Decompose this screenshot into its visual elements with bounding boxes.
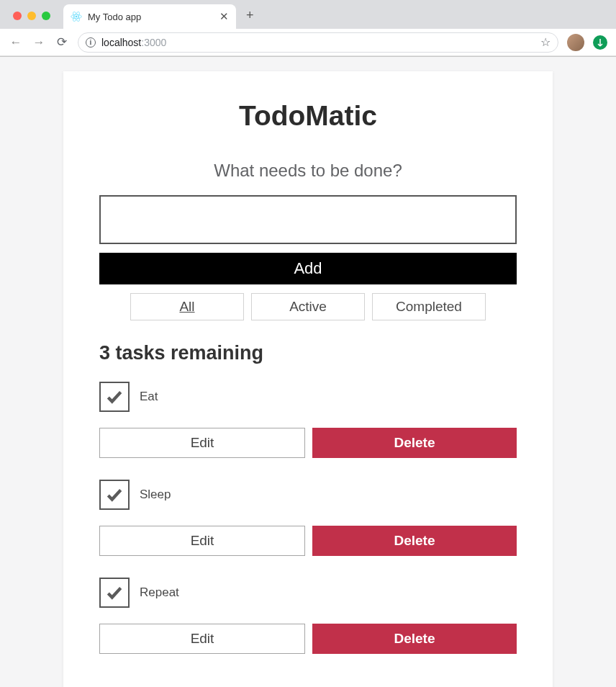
- filter-completed-button[interactable]: Completed: [372, 293, 486, 320]
- react-favicon-icon: [71, 11, 82, 22]
- window-controls: [9, 12, 58, 29]
- new-todo-input[interactable]: [99, 195, 517, 244]
- delete-button[interactable]: Delete: [312, 428, 517, 458]
- task-label: Repeat: [140, 585, 179, 600]
- site-info-icon[interactable]: i: [86, 37, 96, 48]
- task-label: Eat: [140, 390, 158, 404]
- browser-chrome: My Todo app ✕ + ← → ⟳ i localhost:3000 ☆: [0, 0, 616, 57]
- task-label: Sleep: [140, 488, 171, 502]
- window-minimize-button[interactable]: [27, 12, 36, 20]
- nav-bar: ← → ⟳ i localhost:3000 ☆: [0, 29, 616, 56]
- url-host: localhost: [101, 37, 141, 48]
- tab-close-icon[interactable]: ✕: [219, 10, 229, 23]
- svg-point-0: [76, 16, 78, 18]
- add-button[interactable]: Add: [99, 253, 517, 284]
- page-viewport: TodoMatic What needs to be done? Add All…: [0, 57, 616, 687]
- app-title: TodoMatic: [99, 100, 517, 132]
- task-checkbox[interactable]: [99, 480, 130, 510]
- tab-title: My Todo app: [88, 12, 214, 22]
- app-card: TodoMatic What needs to be done? Add All…: [63, 71, 553, 687]
- edit-button[interactable]: Edit: [99, 526, 305, 556]
- window-close-button[interactable]: [13, 12, 22, 20]
- checkmark-icon: [105, 485, 124, 504]
- bookmark-star-icon[interactable]: ☆: [540, 35, 551, 49]
- filter-active-button[interactable]: Active: [251, 293, 365, 320]
- task-item: Sleep Edit Delete: [99, 480, 517, 556]
- task-checkbox[interactable]: [99, 578, 130, 608]
- url-path: :3000: [141, 37, 166, 48]
- new-tab-button[interactable]: +: [236, 8, 264, 29]
- url-display: localhost:3000: [101, 37, 166, 48]
- edit-button[interactable]: Edit: [99, 624, 305, 654]
- remaining-count: 3 tasks remaining: [99, 342, 517, 364]
- filter-all-button[interactable]: All: [130, 293, 244, 320]
- input-prompt: What needs to be done?: [99, 161, 517, 181]
- tab-bar: My Todo app ✕ +: [0, 0, 616, 29]
- checkmark-icon: [105, 583, 124, 602]
- address-bar[interactable]: i localhost:3000 ☆: [78, 32, 558, 53]
- profile-avatar[interactable]: [567, 34, 584, 51]
- task-checkbox[interactable]: [99, 382, 130, 412]
- reload-button[interactable]: ⟳: [55, 35, 69, 50]
- back-button[interactable]: ←: [9, 35, 23, 50]
- task-item: Eat Edit Delete: [99, 382, 517, 458]
- task-item: Repeat Edit Delete: [99, 578, 517, 654]
- edit-button[interactable]: Edit: [99, 428, 305, 458]
- delete-button[interactable]: Delete: [312, 526, 517, 556]
- window-maximize-button[interactable]: [42, 12, 50, 20]
- checkmark-icon: [105, 387, 124, 406]
- browser-tab[interactable]: My Todo app ✕: [63, 4, 236, 29]
- delete-button[interactable]: Delete: [312, 624, 517, 654]
- filter-bar: All Active Completed: [99, 293, 517, 320]
- forward-button[interactable]: →: [32, 35, 46, 50]
- extension-icon[interactable]: [593, 35, 607, 50]
